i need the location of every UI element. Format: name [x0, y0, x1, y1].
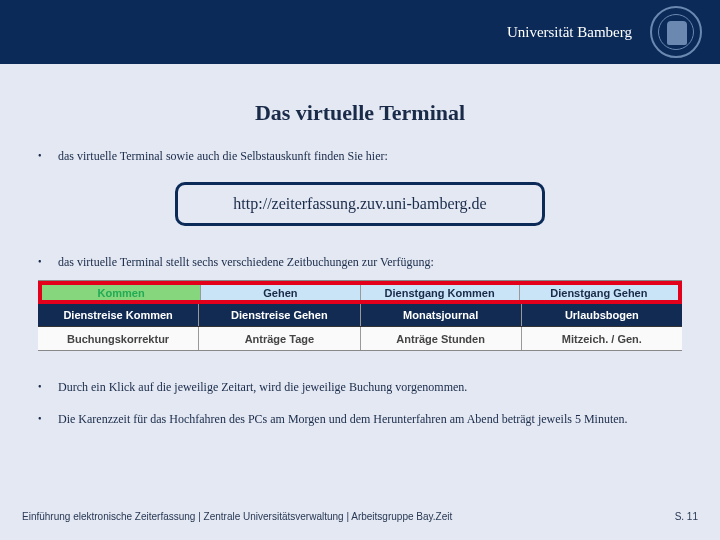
- cell-dienstgang-kommen[interactable]: Dienstgang Kommen: [361, 285, 520, 300]
- page-number: S. 11: [675, 511, 698, 522]
- url-text: http://zeiterfassung.zuv.uni-bamberg.de: [233, 195, 486, 212]
- cell-dienstreise-gehen[interactable]: Dienstreise Gehen: [199, 304, 360, 326]
- slide-footer: Einführung elektronische Zeiterfassung |…: [22, 511, 698, 522]
- bullet-item: • Durch ein Klick auf die jeweilige Zeit…: [38, 379, 682, 395]
- cell-dienstgang-gehen[interactable]: Dienstgang Gehen: [520, 285, 678, 300]
- bullet-item: • das virtuelle Terminal sowie auch die …: [38, 148, 682, 164]
- cell-dienstreise-kommen[interactable]: Dienstreise Kommen: [38, 304, 199, 326]
- cell-antraege-stunden[interactable]: Anträge Stunden: [361, 327, 522, 350]
- table-row: Buchungskorrektur Anträge Tage Anträge S…: [38, 327, 682, 350]
- bullet-text: Durch ein Klick auf die jeweilige Zeitar…: [58, 379, 682, 395]
- cell-urlaubsbogen[interactable]: Urlaubsbogen: [522, 304, 682, 326]
- cell-monatsjournal[interactable]: Monatsjournal: [361, 304, 522, 326]
- bullet-dot-icon: •: [38, 379, 58, 395]
- booking-table: Kommen Gehen Dienstgang Kommen Dienstgan…: [38, 280, 682, 351]
- footer-left: Einführung elektronische Zeiterfassung |…: [22, 511, 452, 522]
- slide-content: • das virtuelle Terminal sowie auch die …: [0, 148, 720, 427]
- table-row: Dienstreise Kommen Dienstreise Gehen Mon…: [38, 304, 682, 327]
- university-seal-icon: [650, 6, 702, 58]
- bullet-item: • Die Karenzzeit für das Hochfahren des …: [38, 411, 682, 427]
- bullet-text: Die Karenzzeit für das Hochfahren des PC…: [58, 411, 682, 427]
- table-row: Kommen Gehen Dienstgang Kommen Dienstgan…: [38, 281, 682, 304]
- bullet-dot-icon: •: [38, 411, 58, 427]
- cell-kommen[interactable]: Kommen: [42, 285, 201, 300]
- cell-antraege-tage[interactable]: Anträge Tage: [199, 327, 360, 350]
- bullet-text: das virtuelle Terminal stellt sechs vers…: [58, 254, 682, 270]
- url-box: http://zeiterfassung.zuv.uni-bamberg.de: [175, 182, 545, 226]
- university-name: Universität Bamberg: [507, 24, 632, 41]
- slide-header: Universität Bamberg: [0, 0, 720, 64]
- cell-gehen[interactable]: Gehen: [201, 285, 360, 300]
- cell-mitzeich-gen[interactable]: Mitzeich. / Gen.: [522, 327, 682, 350]
- bullet-dot-icon: •: [38, 148, 58, 164]
- bullet-dot-icon: •: [38, 254, 58, 270]
- cell-buchungskorrektur[interactable]: Buchungskorrektur: [38, 327, 199, 350]
- bullet-item: • das virtuelle Terminal stellt sechs ve…: [38, 254, 682, 270]
- bullet-text: das virtuelle Terminal sowie auch die Se…: [58, 148, 682, 164]
- slide-title: Das virtuelle Terminal: [0, 100, 720, 126]
